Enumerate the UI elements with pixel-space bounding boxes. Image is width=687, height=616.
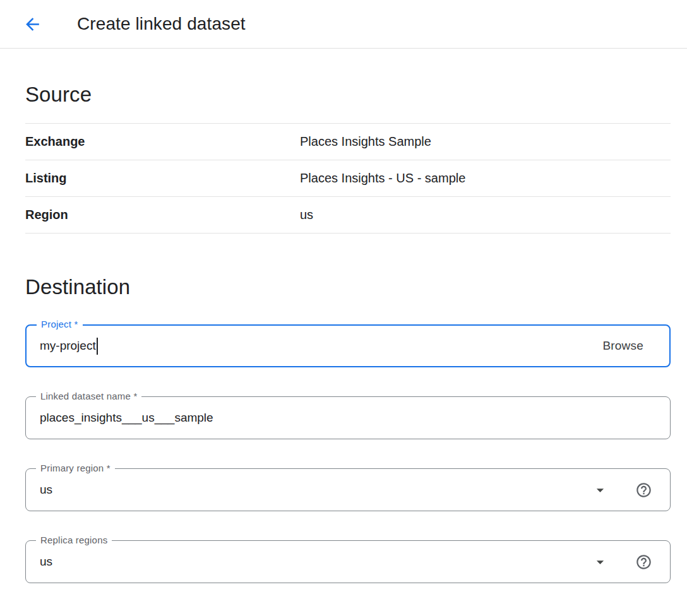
chevron-down-icon[interactable]: [592, 554, 609, 571]
row-label: Region: [25, 208, 300, 222]
arrow-back-icon: [23, 15, 42, 34]
browse-button[interactable]: Browse: [602, 339, 652, 353]
replica-regions-value: us: [40, 555, 52, 569]
row-label: Exchange: [25, 134, 300, 149]
back-button[interactable]: [21, 13, 43, 35]
project-input[interactable]: my-project: [40, 339, 96, 353]
primary-region-select[interactable]: Primary region * us: [25, 468, 671, 511]
source-heading: Source: [25, 83, 671, 107]
row-value: Places Insights - US - sample: [300, 171, 465, 186]
linked-dataset-name-label: Linked dataset name *: [36, 391, 141, 401]
source-table: Exchange Places Insights Sample Listing …: [25, 123, 671, 234]
chevron-down-icon[interactable]: [592, 482, 609, 499]
replica-regions-label: Replica regions: [36, 535, 112, 545]
primary-region-value: us: [40, 483, 52, 497]
linked-dataset-name-input[interactable]: places_insights___us___sample: [40, 411, 213, 425]
destination-heading: Destination: [25, 275, 671, 299]
project-field[interactable]: Project * my-project Browse: [25, 324, 671, 367]
table-row-exchange: Exchange Places Insights Sample: [25, 124, 671, 160]
table-row-listing: Listing Places Insights - US - sample: [25, 160, 671, 197]
page-title: Create linked dataset: [77, 14, 246, 34]
project-field-label: Project *: [37, 319, 83, 329]
table-row-region: Region us: [25, 197, 671, 234]
primary-region-label: Primary region *: [36, 463, 115, 473]
text-cursor: [97, 338, 98, 355]
help-icon[interactable]: [635, 482, 652, 499]
linked-dataset-name-field[interactable]: Linked dataset name * places_insights___…: [25, 396, 671, 439]
header: Create linked dataset: [0, 0, 687, 49]
content: Source Exchange Places Insights Sample L…: [0, 83, 687, 583]
row-label: Listing: [25, 171, 300, 186]
help-icon[interactable]: [635, 554, 652, 571]
row-value: us: [300, 208, 313, 222]
replica-regions-select[interactable]: Replica regions us: [25, 540, 671, 583]
create-linked-dataset-page: Create linked dataset Source Exchange Pl…: [0, 0, 687, 616]
row-value: Places Insights Sample: [300, 134, 431, 149]
